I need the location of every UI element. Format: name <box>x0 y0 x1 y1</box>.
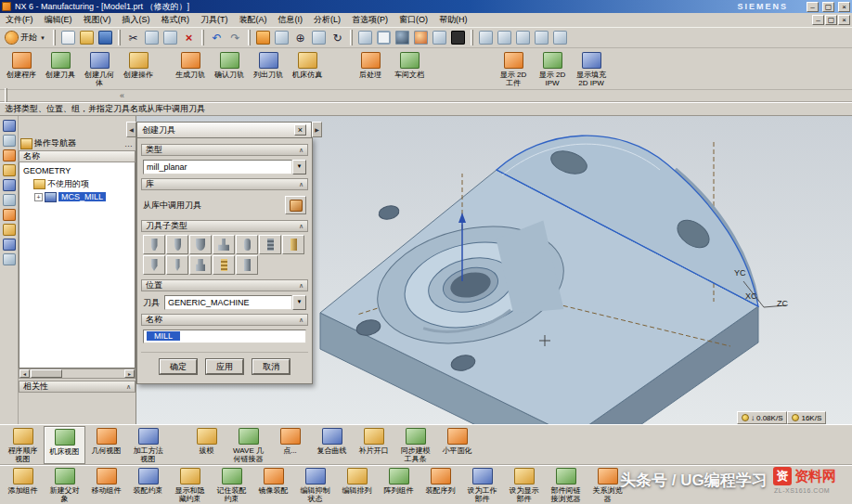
toolbar-button[interactable]: 记住装配 约束 <box>211 466 252 504</box>
call-tool-from-library-button[interactable] <box>285 196 306 214</box>
tool-subtype-button[interactable] <box>189 255 212 275</box>
tool-subtype-button[interactable] <box>143 255 165 275</box>
dialog-tab-create-tool[interactable]: 创建刀具 × <box>136 122 312 137</box>
tab-scroll-left-icon[interactable]: ◀ <box>126 122 136 137</box>
toolbar-button[interactable]: 创建操作 <box>119 50 158 87</box>
toolbar-button[interactable] <box>59 29 77 46</box>
tool-subtype-button[interactable] <box>259 235 281 254</box>
tool-subtype-button[interactable] <box>236 235 258 254</box>
tool-subtype-button[interactable] <box>189 235 212 254</box>
toolbar-button[interactable]: 点... <box>269 426 311 464</box>
tool-subtype-button[interactable] <box>213 235 235 254</box>
reuse-library-icon[interactable] <box>3 194 16 206</box>
chevron-down-icon[interactable]: ▼ <box>292 160 306 174</box>
operation-navigator-icon[interactable] <box>3 164 16 176</box>
toolbar-grip[interactable] <box>118 30 121 45</box>
library-section-header[interactable]: 库 ∧ <box>141 178 308 190</box>
menu-item[interactable]: 帮助(H) <box>433 13 473 27</box>
web-browser-icon[interactable] <box>3 224 16 236</box>
tree-row[interactable]: GEOMETRY <box>19 164 135 177</box>
roles-icon[interactable] <box>3 253 16 265</box>
menu-item[interactable]: 视图(V) <box>78 13 117 27</box>
toolbar-button[interactable]: 创建几何 体 <box>80 50 119 87</box>
toolbar-overflow-chevron[interactable]: « <box>120 91 124 101</box>
toolbar-grip[interactable] <box>201 30 204 45</box>
mdi-close-button[interactable]: × <box>838 15 850 25</box>
scroll-left-icon[interactable]: ◂ <box>19 369 30 378</box>
menu-item[interactable]: 分析(L) <box>308 13 346 27</box>
toolbar-button[interactable] <box>431 29 448 46</box>
menu-item[interactable]: 首选项(P) <box>346 13 394 27</box>
toolbar-button[interactable]: 添加组件 <box>2 466 44 504</box>
toolbar-button[interactable]: 列出刀轨 <box>249 50 288 79</box>
toolbar-button[interactable]: 显示填充 2D IPW <box>572 50 611 87</box>
toolbar-button[interactable]: ⊕ <box>291 29 309 46</box>
toolbar-button[interactable]: 设为显示 部件 <box>503 466 545 504</box>
toolbar-button[interactable]: 生成刀轨 <box>171 50 210 79</box>
toolbar-button[interactable] <box>477 29 495 46</box>
apply-button[interactable]: 应用 <box>206 359 243 374</box>
toolbar-button[interactable]: 镜像装配 <box>252 466 294 504</box>
hd3d-tools-icon[interactable] <box>3 209 16 221</box>
menu-item[interactable]: 格式(R) <box>156 13 196 27</box>
toolbar-button[interactable] <box>273 29 290 46</box>
toolbar-button[interactable]: 拔模 <box>186 426 227 464</box>
machining-feature-navigator-icon[interactable] <box>3 179 16 191</box>
toolbar-button[interactable]: 创建程序 <box>2 50 41 87</box>
toolbar-button[interactable] <box>356 29 374 46</box>
toolbar-button[interactable]: 机床仿真 <box>288 50 327 79</box>
toolbar-button[interactable]: ↻ <box>329 29 346 46</box>
tool-subtype-button[interactable] <box>236 255 258 275</box>
toolbar-button[interactable]: 装配序列 <box>420 466 461 504</box>
toolbar-button[interactable] <box>533 29 550 46</box>
type-dropdown[interactable]: mill_planar ▼ <box>143 160 306 174</box>
tree-expander-icon[interactable]: + <box>34 193 43 201</box>
name-column-header[interactable]: 名称 <box>19 150 136 162</box>
ok-button[interactable]: 确定 <box>160 359 197 374</box>
tree-row[interactable]: 不使用的项 <box>19 177 135 190</box>
subtype-section-header[interactable]: 刀具子类型 ∧ <box>141 220 308 232</box>
toolbar-button[interactable]: ✂ <box>124 29 142 46</box>
toolbar-button[interactable]: 新建父对 象 <box>44 466 85 504</box>
toolbar-button[interactable]: 部件间链 接浏览器 <box>545 466 587 504</box>
mdi-minimize-button[interactable]: – <box>812 15 824 25</box>
tool-parent-dropdown[interactable]: GENERIC_MACHINE ▼ <box>164 295 306 310</box>
menu-item[interactable]: 窗口(O) <box>394 13 433 27</box>
view-mode-button[interactable]: 机床视图 <box>44 426 85 464</box>
tool-subtype-button[interactable] <box>166 235 188 254</box>
assembly-navigator-icon[interactable] <box>3 120 16 132</box>
toolbar-button[interactable] <box>449 29 467 46</box>
toolbar-button[interactable]: 复合曲线 <box>311 426 353 464</box>
toolbar-button[interactable]: 创建刀具 <box>41 50 80 87</box>
toolbar-button[interactable]: 装配约束 <box>127 466 169 504</box>
toolbar-button[interactable]: ↷ <box>226 29 244 46</box>
toolbar-button[interactable] <box>310 29 328 46</box>
toolbar-button[interactable]: 编辑抑制 状态 <box>294 466 336 504</box>
close-button[interactable]: × <box>838 2 850 12</box>
toolbar-button[interactable] <box>394 29 411 46</box>
toolbar-grip[interactable] <box>248 30 251 45</box>
scrollbar-thumb[interactable] <box>31 369 62 378</box>
toolbar-button[interactable]: 编辑排列 <box>336 466 378 504</box>
tool-name-input[interactable]: MILL <box>143 330 306 343</box>
menu-item[interactable]: 编辑(E) <box>39 13 78 27</box>
tab-scroll-right-icon[interactable]: ▶ <box>312 122 322 137</box>
toolbar-button[interactable]: 确认刀轨 <box>210 50 249 79</box>
toolbar-button[interactable]: WAVE 几 何链接器 <box>227 426 269 464</box>
toolbar-button[interactable]: 显示和隐 藏约束 <box>169 466 211 504</box>
toolbar-button[interactable]: 车间文档 <box>390 50 429 79</box>
chevron-down-icon[interactable]: ▼ <box>292 295 306 310</box>
tool-subtype-button[interactable] <box>143 235 165 254</box>
part-navigator-icon[interactable] <box>3 149 16 162</box>
constraint-navigator-icon[interactable] <box>3 135 16 147</box>
toolbar-button[interactable]: 同步建模 工具条 <box>394 426 436 464</box>
menu-item[interactable]: 信息(I) <box>273 13 309 27</box>
view-mode-button[interactable]: 加工方法 视图 <box>127 426 169 464</box>
toolbar-grip[interactable] <box>350 30 353 45</box>
operation-navigator-header[interactable]: 操作导航器 … <box>19 136 136 150</box>
toolbar-grip[interactable] <box>471 30 473 45</box>
tool-subtype-button[interactable] <box>282 235 304 254</box>
maximize-button[interactable]: ▢ <box>822 2 834 12</box>
toolbar-grip[interactable] <box>5 88 7 104</box>
location-section-header[interactable]: 位置 ∧ <box>141 279 308 291</box>
